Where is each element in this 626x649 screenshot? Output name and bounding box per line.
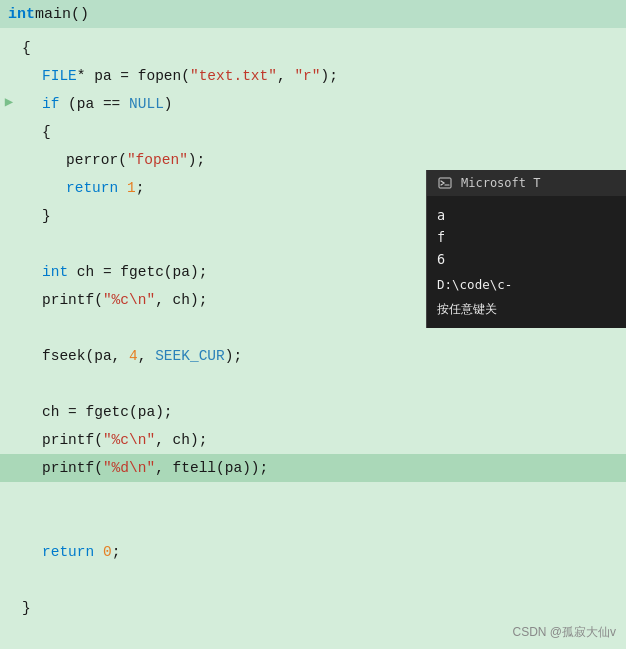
line-content xyxy=(18,511,31,537)
terminal-body: a f 6 D:\code\c- 按任意键关 xyxy=(427,196,626,328)
gutter xyxy=(0,371,18,373)
code-line: { xyxy=(0,118,626,146)
gutter xyxy=(0,259,18,261)
top-bar: int main() xyxy=(0,0,626,28)
watermark: CSDN @孤寂大仙v xyxy=(512,624,616,641)
line-content: if (pa == NULL) xyxy=(18,91,173,117)
line-content: return 1; xyxy=(18,175,144,201)
line-content: { xyxy=(18,35,31,61)
terminal-output-f: f xyxy=(437,226,616,248)
gutter-arrow: ▶ xyxy=(0,91,18,110)
gutter xyxy=(0,483,18,485)
gutter xyxy=(0,427,18,429)
gutter xyxy=(0,399,18,401)
gutter xyxy=(0,595,18,597)
gutter xyxy=(0,119,18,121)
line-content: printf("%c\n", ch); xyxy=(18,427,207,453)
gutter xyxy=(0,231,18,233)
line-content: } xyxy=(18,595,31,621)
code-line: ch = fgetc(pa); xyxy=(0,398,626,426)
terminal-path: D:\code\c- xyxy=(437,274,616,296)
line-content xyxy=(18,483,31,509)
code-line: fseek(pa, 4, SEEK_CUR); xyxy=(0,342,626,370)
terminal-titlebar: Microsoft T xyxy=(427,170,626,196)
line-content: perror("fopen"); xyxy=(18,147,205,173)
code-line: { xyxy=(0,34,626,62)
gutter xyxy=(0,455,18,457)
line-content xyxy=(18,567,31,593)
line-content: int ch = fgetc(pa); xyxy=(18,259,207,285)
gutter xyxy=(0,539,18,541)
line-content: { xyxy=(18,119,51,145)
gutter xyxy=(0,287,18,289)
code-line: ▶ if (pa == NULL) xyxy=(0,90,626,118)
code-line: printf("%c\n", ch); xyxy=(0,426,626,454)
line-content: FILE* pa = fopen("text.txt", "r"); xyxy=(18,63,338,89)
code-editor: int main() { FILE* pa = fopen("text.txt"… xyxy=(0,0,626,649)
terminal-output-a: a xyxy=(437,204,616,226)
gutter xyxy=(0,511,18,513)
terminal-overlay: Microsoft T a f 6 D:\code\c- 按任意键关 xyxy=(426,170,626,328)
line-content xyxy=(18,371,31,397)
gutter xyxy=(0,567,18,569)
gutter xyxy=(0,63,18,65)
terminal-hint: 按任意键关 xyxy=(437,298,616,320)
gutter xyxy=(0,203,18,205)
gutter xyxy=(0,175,18,177)
code-line xyxy=(0,566,626,594)
code-line xyxy=(0,510,626,538)
gutter xyxy=(0,147,18,149)
gutter xyxy=(0,315,18,317)
code-line: FILE* pa = fopen("text.txt", "r"); xyxy=(0,62,626,90)
gutter xyxy=(0,343,18,345)
terminal-title: Microsoft T xyxy=(461,176,540,190)
code-line xyxy=(0,370,626,398)
code-line: return 0; xyxy=(0,538,626,566)
line-content: fseek(pa, 4, SEEK_CUR); xyxy=(18,343,242,369)
keyword-int: int xyxy=(8,6,35,23)
code-line xyxy=(0,482,626,510)
terminal-output-6: 6 xyxy=(437,248,616,270)
code-line-active: printf("%d\n", ftell(pa)); xyxy=(0,454,626,482)
gutter xyxy=(0,35,18,37)
line-content: ch = fgetc(pa); xyxy=(18,399,173,425)
line-content: printf("%d\n", ftell(pa)); xyxy=(18,455,268,481)
line-content: return 0; xyxy=(18,539,120,565)
code-line: } xyxy=(0,594,626,622)
function-signature: main() xyxy=(35,6,89,23)
line-content xyxy=(18,231,31,257)
terminal-icon xyxy=(437,175,453,191)
line-content xyxy=(18,315,31,341)
line-content: printf("%c\n", ch); xyxy=(18,287,207,313)
line-content: } xyxy=(18,203,51,229)
